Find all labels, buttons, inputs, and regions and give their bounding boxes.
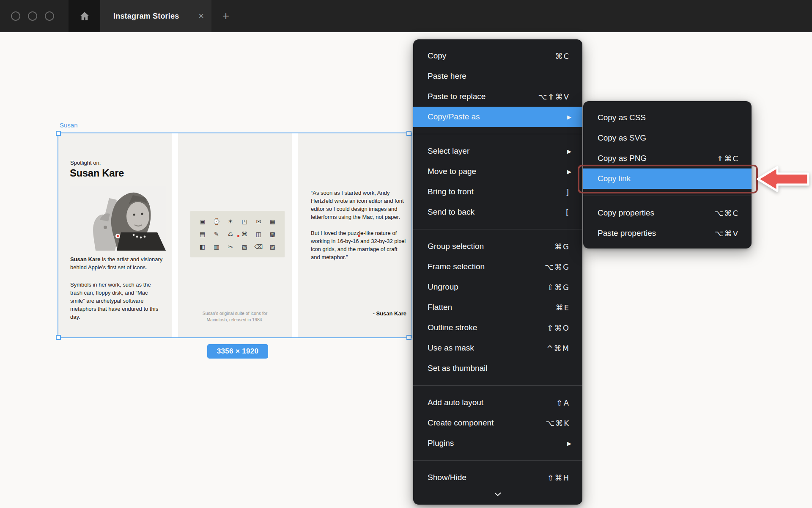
menu-item-label: Show/Hide [428, 473, 547, 482]
new-tab-button[interactable]: + [217, 0, 234, 32]
caption-line-1: Susan’s original suite of icons for [178, 310, 292, 317]
menu-item-label: Bring to front [428, 187, 566, 196]
menu-item-add-auto-layout[interactable]: Add auto layout⇧A [413, 392, 582, 413]
quote-paragraph-2: But I loved the puzzle-like nature of wo… [311, 229, 408, 261]
menu-item-set-as-thumbnail[interactable]: Set as thumbnail [413, 358, 582, 378]
selection-size-badge: 3356 × 1920 [207, 344, 268, 359]
menu-item-outline-stroke[interactable]: Outline stroke⇧⌘O [413, 318, 582, 338]
spotlight-paragraph-2: Symbols in her work, such as the trash c… [70, 281, 163, 321]
mac-pixel-icon: ◰ [238, 215, 252, 228]
menu-item-copy[interactable]: Copy⌘C [413, 46, 582, 66]
spotlight-eyebrow: Spotlight on: [70, 160, 101, 166]
quote-attribution: - Susan Kare [373, 310, 406, 317]
menu-item-label: Frame selection [428, 262, 545, 271]
menu-item-frame-selection[interactable]: Frame selection⌥⌘G [413, 257, 582, 277]
frame-name-label[interactable]: Susan [60, 121, 78, 129]
story-panel-spotlight[interactable]: Spotlight on: Susan Kare [58, 133, 172, 337]
menu-item-copy-as-css[interactable]: Copy as CSS [583, 108, 752, 128]
figma-app-window: Instagram Stories × + Susan Spotlight on… [0, 0, 812, 508]
submenu-arrow-icon: ▶ [567, 114, 571, 120]
story-panel-icons[interactable]: ▣⌚✶◰✉▦▤✎♺⌘◫▩◧▥✂▧⌫▨ Susan’s original suit… [178, 133, 292, 337]
menu-item-shortcut: ] [566, 188, 570, 196]
window-titlebar: Instagram Stories × + [0, 0, 812, 32]
menu-item-label: Outline stroke [428, 323, 547, 332]
mac-pixel-icon: ✶ [223, 215, 237, 228]
menu-item-label: Copy as CSS [598, 113, 739, 122]
menu-item-shortcut: ⌘E [556, 303, 570, 312]
copy-paste-as-submenu: Copy as CSSCopy as SVGCopy as PNG⇧⌘CCopy… [583, 101, 752, 248]
tab-close-icon[interactable]: × [196, 0, 206, 32]
selection-handle-bottom-right[interactable] [406, 335, 411, 340]
tab-instagram-stories[interactable]: Instagram Stories × [100, 0, 211, 32]
selection-handle-top-right[interactable] [406, 131, 411, 136]
portrait-photo-placeholder [70, 186, 166, 251]
mac-pixel-icon: ⌚ [209, 215, 223, 228]
chevron-down-icon [494, 492, 501, 496]
menu-item-shortcut: ⇧⌘H [547, 473, 570, 482]
menu-item-label: Select layer [428, 146, 567, 156]
tab-title: Instagram Stories [113, 12, 179, 21]
caption-line-2: Macintosh, released in 1984. [178, 317, 292, 323]
menu-item-label: Paste here [428, 72, 570, 81]
menu-item-group-selection[interactable]: Group selection⌘G [413, 236, 582, 257]
selection-handle-bottom-left[interactable] [56, 335, 61, 340]
menu-item-paste-properties[interactable]: Paste properties⌥⌘V [583, 223, 752, 243]
mac-pixel-icon: ▤ [195, 228, 209, 240]
menu-item-use-as-mask[interactable]: Use as mask^⌘M [413, 338, 582, 358]
mac-pixel-icon: ▦ [266, 215, 280, 228]
context-menu-list: Copy⌘CPaste herePaste to replace⌥⇧⌘VCopy… [413, 46, 582, 488]
menu-item-show-hide[interactable]: Show/Hide⇧⌘H [413, 467, 582, 488]
menu-divider [583, 196, 752, 196]
menu-item-copy-link[interactable]: Copy link [583, 168, 752, 189]
menu-item-send-to-back[interactable]: Send to back[ [413, 202, 582, 222]
mac-pixel-icon: ✂ [223, 240, 237, 253]
selection-handle-top-left[interactable] [56, 131, 61, 136]
menu-item-label: Copy [428, 51, 555, 61]
menu-item-copy-as-png[interactable]: Copy as PNG⇧⌘C [583, 148, 752, 168]
menu-item-label: Copy properties [598, 208, 715, 218]
menu-item-bring-to-front[interactable]: Bring to front] [413, 182, 582, 202]
mac-pixel-icon: ⌘ [238, 228, 252, 240]
menu-item-paste-to-replace[interactable]: Paste to replace⌥⇧⌘V [413, 86, 582, 107]
red-cursor-dot [117, 235, 119, 237]
susan-kare-photo [70, 186, 166, 251]
menu-item-select-layer[interactable]: Select layer▶ [413, 141, 582, 161]
menu-item-label: Use as mask [428, 343, 546, 353]
menu-item-label: Add auto layout [428, 398, 557, 407]
menu-item-label: Paste to replace [428, 92, 538, 101]
menu-item-create-component[interactable]: Create component⌥⌘K [413, 413, 582, 433]
menu-item-label: Flatten [428, 303, 556, 312]
menu-item-ungroup[interactable]: Ungroup⇧⌘G [413, 277, 582, 297]
window-close-button[interactable] [11, 11, 20, 21]
submenu-arrow-icon: ▶ [567, 148, 571, 155]
menu-item-shortcut: ⇧A [557, 398, 570, 407]
menu-item-flatten[interactable]: Flatten⌘E [413, 297, 582, 318]
home-icon [79, 11, 90, 22]
menu-item-label: Create component [428, 418, 546, 428]
menu-item-move-to-page[interactable]: Move to page▶ [413, 161, 582, 182]
menu-item-shortcut: ⌘G [554, 242, 570, 251]
menu-scroll-chevron[interactable] [413, 489, 582, 500]
mac-pixel-icon: ◧ [195, 240, 209, 253]
submenu-list: Copy as CSSCopy as SVGCopy as PNG⇧⌘CCopy… [583, 108, 752, 243]
menu-item-label: Ungroup [428, 282, 547, 292]
menu-item-label: Copy/Paste as [428, 112, 567, 121]
mac-pixel-icon: ▩ [266, 228, 280, 240]
menu-item-shortcut: ⌘C [555, 52, 570, 61]
mac-pixel-icon: ▨ [266, 240, 280, 253]
story-panel-quote[interactable]: “As soon as I started work, Andy Hertzfe… [298, 133, 411, 337]
menu-item-copy-properties[interactable]: Copy properties⌥⌘C [583, 203, 752, 223]
menu-item-label: Plugins [428, 439, 567, 448]
menu-item-copy-as-svg[interactable]: Copy as SVG [583, 128, 752, 148]
mac-pixel-icon: ✎ [209, 228, 223, 240]
window-zoom-button[interactable] [45, 11, 54, 21]
menu-item-shortcut: ⌥⌘G [545, 262, 570, 271]
menu-item-plugins[interactable]: Plugins▶ [413, 433, 582, 453]
menu-item-paste-here[interactable]: Paste here [413, 66, 582, 86]
bold-lead: Susan Kare [70, 256, 101, 262]
home-button[interactable] [69, 0, 100, 32]
menu-item-copy-paste-as[interactable]: Copy/Paste as▶ [413, 107, 582, 127]
red-cursor-dot [237, 235, 239, 237]
window-minimize-button[interactable] [28, 11, 37, 21]
quote-paragraph-1: “As soon as I started work, Andy Hertzfe… [311, 189, 408, 221]
